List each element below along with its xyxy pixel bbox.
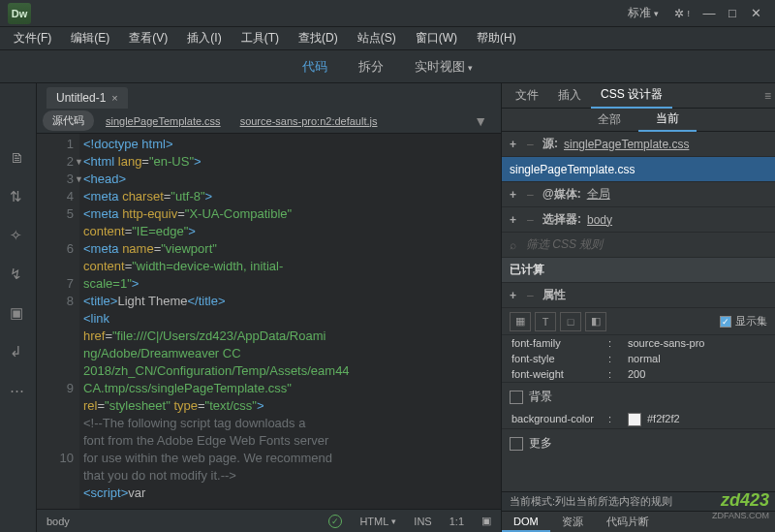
menu-item[interactable]: 窗口(W) <box>406 30 467 47</box>
subtab-all[interactable]: 全部 <box>580 109 638 131</box>
checkbox-icon[interactable]: ✓ <box>720 316 731 328</box>
panel-menu-icon[interactable]: ≡ <box>764 89 771 103</box>
preview-icon[interactable]: ▣ <box>478 515 495 527</box>
brush-icon[interactable]: ↯ <box>10 266 27 283</box>
code-editor[interactable]: 12▼3▼45678910 <!doctype html><html lang=… <box>37 134 501 509</box>
comment-icon[interactable]: ▣ <box>10 304 27 322</box>
file-management-icon[interactable]: 🗎 <box>10 149 27 167</box>
chevron-down-icon: ▾ <box>654 9 659 18</box>
filter-row[interactable]: ⌕ 筛选 CSS 规则 <box>502 233 775 258</box>
view-live[interactable]: 实时视图 ▾ <box>413 54 476 79</box>
maximize-button[interactable]: □ <box>723 6 742 21</box>
color-swatch[interactable] <box>628 413 641 426</box>
wand-icon[interactable]: ✧ <box>10 227 27 244</box>
app-logo: Dw <box>8 3 31 24</box>
property-row[interactable]: background-color : #f2f2f2 <box>502 411 775 428</box>
menu-item[interactable]: 查看(V) <box>119 30 177 47</box>
menu-item[interactable]: 站点(S) <box>348 30 406 47</box>
minimize-button[interactable]: — <box>699 6 719 21</box>
sources-header[interactable]: + – 源: singlePageTemplate.css <box>502 132 775 157</box>
search-icon: ⌕ <box>510 238 516 252</box>
properties-header[interactable]: + – 属性 <box>502 283 775 308</box>
wrap-icon[interactable]: ↲ <box>10 343 27 360</box>
related-file[interactable]: source-sans-pro:n2:default.js <box>232 115 386 127</box>
source-item[interactable]: singlePageTemplate.css <box>502 157 775 182</box>
plus-icon[interactable]: + <box>510 138 521 151</box>
menu-item[interactable]: 查找(D) <box>289 30 348 47</box>
mode-status: 当前模式:列出当前所选内容的规则 <box>502 491 775 511</box>
tab-files[interactable]: 文件 <box>506 83 548 108</box>
more-icon <box>510 437 523 451</box>
background-icon <box>510 391 523 404</box>
layout-category-icon[interactable]: ▦ <box>510 312 531 331</box>
file-tab[interactable]: Untitled-1 × <box>46 87 128 109</box>
menu-item[interactable]: 文件(F) <box>4 30 61 47</box>
menu-item[interactable]: 帮助(H) <box>467 30 526 47</box>
file-tab-label: Untitled-1 <box>56 91 106 105</box>
property-row[interactable]: font-family:source-sans-pro <box>502 335 775 351</box>
workspace-switcher[interactable]: 标准▾ <box>620 5 666 21</box>
view-code[interactable]: 代码 <box>300 54 329 79</box>
more-icon[interactable]: ⋯ <box>10 382 27 399</box>
breadcrumb[interactable]: body <box>43 516 74 527</box>
cursor-position: 1:1 <box>446 516 468 527</box>
close-button[interactable]: ✕ <box>746 6 765 21</box>
background-category-icon[interactable]: ◧ <box>585 312 606 331</box>
arrows-icon[interactable]: ⇅ <box>10 188 27 205</box>
tab-assets[interactable]: 资源 <box>550 512 595 532</box>
tab-css-designer[interactable]: CSS 设计器 <box>591 82 672 109</box>
source-code-pill[interactable]: 源代码 <box>43 110 94 131</box>
close-icon[interactable]: × <box>111 92 117 104</box>
border-category-icon[interactable]: □ <box>560 312 581 331</box>
related-file[interactable]: singlePageTemplate.css <box>98 115 229 127</box>
background-section[interactable]: 背景 <box>502 382 775 411</box>
more-section[interactable]: 更多 <box>502 428 775 457</box>
media-header[interactable]: + – @媒体: 全局 <box>502 182 775 207</box>
menu-item[interactable]: 工具(T) <box>232 30 289 47</box>
property-row[interactable]: font-style:normal <box>502 351 775 366</box>
plus-icon[interactable]: + <box>510 188 521 202</box>
plus-icon[interactable]: + <box>510 213 521 227</box>
plus-icon[interactable]: + <box>510 289 521 302</box>
language-selector[interactable]: HTML ▾ <box>356 516 400 527</box>
insert-mode[interactable]: INS <box>410 516 435 527</box>
lint-ok-icon[interactable]: ✓ <box>328 515 342 528</box>
menu-item[interactable]: 编辑(E) <box>61 30 119 47</box>
menu-item[interactable]: 插入(I) <box>177 30 231 47</box>
view-split[interactable]: 拆分 <box>356 54 386 79</box>
selectors-header[interactable]: + – 选择器: body <box>502 207 775 233</box>
tab-dom[interactable]: DOM <box>502 513 550 532</box>
tab-insert[interactable]: 插入 <box>548 83 591 108</box>
computed-header[interactable]: 已计算 <box>502 258 775 283</box>
property-row[interactable]: font-weight:200 <box>502 366 775 382</box>
tab-snippets[interactable]: 代码片断 <box>595 512 661 532</box>
sync-settings-icon[interactable]: ✲! <box>666 7 698 20</box>
show-set-toggle[interactable]: ✓ 显示集 <box>720 314 767 329</box>
text-category-icon[interactable]: T <box>535 312 556 331</box>
chevron-down-icon: ▾ <box>468 63 473 73</box>
funnel-icon[interactable]: ▼ <box>474 113 495 129</box>
subtab-current[interactable]: 当前 <box>638 108 697 132</box>
